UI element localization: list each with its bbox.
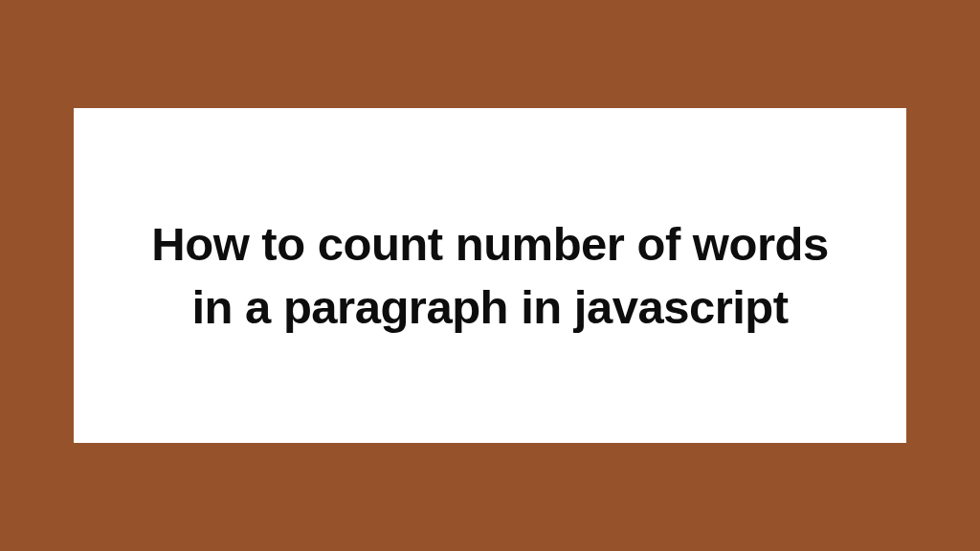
card-title: How to count number of words in a paragr… [131, 212, 849, 339]
content-card: How to count number of words in a paragr… [74, 108, 906, 443]
